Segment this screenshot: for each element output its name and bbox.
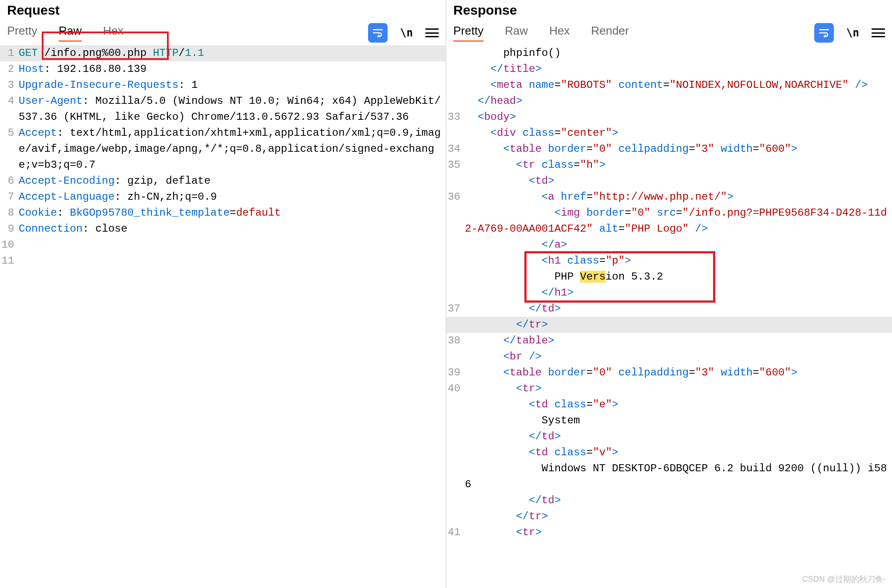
response-toolbar-right: \n — [814, 23, 885, 43]
code-line[interactable]: 35 <tr class="h"> — [446, 157, 892, 173]
tab-hex[interactable]: Hex — [103, 24, 123, 42]
code-content: <h1 class="p"> — [465, 253, 892, 269]
code-line[interactable]: phpinfo() — [446, 45, 892, 61]
code-line[interactable]: 1GET /info.png%00.php HTTP/1.1 — [0, 45, 446, 61]
code-line[interactable]: 9Connection: close — [0, 221, 446, 237]
line-number — [446, 61, 465, 77]
tab-raw[interactable]: Raw — [505, 24, 528, 42]
wrap-icon[interactable] — [814, 23, 834, 43]
code-content — [19, 253, 446, 269]
code-line[interactable]: 2Host: 192.168.80.139 — [0, 61, 446, 77]
line-number: 39 — [446, 365, 465, 381]
code-line[interactable]: 38 </table> — [446, 333, 892, 349]
code-content: <meta name="ROBOTS" content="NOINDEX,NOF… — [465, 77, 892, 93]
code-line[interactable]: 40 <tr> — [446, 381, 892, 397]
response-tabs: PrettyRawHexRender — [453, 24, 629, 42]
code-content: Accept-Encoding: gzip, deflate — [19, 173, 446, 189]
code-line[interactable]: 39 <table border="0" cellpadding="3" wid… — [446, 365, 892, 381]
line-number: 8 — [0, 205, 19, 221]
line-number — [446, 429, 465, 445]
line-number: 7 — [0, 189, 19, 205]
code-line[interactable]: 37 </td> — [446, 301, 892, 317]
response-title: Response — [446, 0, 892, 22]
newline-icon[interactable]: \n — [846, 27, 859, 39]
code-line[interactable]: 3Upgrade-Insecure-Requests: 1 — [0, 77, 446, 93]
line-number: 10 — [0, 237, 19, 253]
code-content: Upgrade-Insecure-Requests: 1 — [19, 77, 446, 93]
code-line[interactable]: </td> — [446, 429, 892, 445]
code-line[interactable]: <img border="0" src="/info.png?=PHPE9568… — [446, 205, 892, 237]
code-line[interactable]: </h1> — [446, 285, 892, 301]
code-content: User-Agent: Mozilla/5.0 (Windows NT 10.0… — [19, 93, 446, 125]
line-number: 38 — [446, 333, 465, 349]
code-line[interactable]: 5Accept: text/html,application/xhtml+xml… — [0, 125, 446, 173]
code-line[interactable]: <meta name="ROBOTS" content="NOINDEX,NOF… — [446, 77, 892, 93]
code-content: <img border="0" src="/info.png?=PHPE9568… — [465, 205, 892, 237]
code-content: </td> — [465, 493, 892, 509]
code-line[interactable]: <div class="center"> — [446, 125, 892, 141]
request-toolbar: PrettyRawHex \n — [0, 22, 446, 43]
code-line[interactable]: </head> — [446, 93, 892, 109]
tab-pretty[interactable]: Pretty — [453, 24, 484, 42]
code-line[interactable]: <td class="e"> — [446, 397, 892, 413]
tab-pretty[interactable]: Pretty — [7, 24, 37, 42]
menu-icon[interactable] — [872, 28, 885, 37]
line-number: 3 — [0, 77, 19, 93]
code-line[interactable]: 34 <table border="0" cellpadding="3" wid… — [446, 141, 892, 157]
code-line[interactable]: <td class="v"> — [446, 445, 892, 461]
code-line[interactable]: PHP Version 5.3.2 — [446, 269, 892, 285]
code-content — [19, 237, 446, 253]
code-content: <a href="http://www.php.net/"> — [465, 189, 892, 205]
code-line[interactable]: <br /> — [446, 349, 892, 365]
code-line[interactable]: </tr> — [446, 509, 892, 525]
code-line[interactable]: </tr> — [446, 317, 892, 333]
response-code[interactable]: phpinfo() </title> <meta name="ROBOTS" c… — [446, 43, 892, 588]
tab-hex[interactable]: Hex — [549, 24, 570, 42]
line-number: 9 — [0, 221, 19, 237]
code-content: </a> — [465, 237, 892, 253]
code-line[interactable]: 41 <tr> — [446, 525, 892, 541]
line-number: 4 — [0, 93, 19, 125]
line-number — [446, 285, 465, 301]
code-content: </td> — [465, 301, 892, 317]
line-number: 41 — [446, 525, 465, 541]
wrap-icon[interactable] — [368, 23, 388, 43]
line-number: 33 — [446, 109, 465, 125]
newline-icon[interactable]: \n — [400, 27, 413, 39]
line-number — [446, 237, 465, 253]
code-line[interactable]: 6Accept-Encoding: gzip, deflate — [0, 173, 446, 189]
code-line[interactable]: <h1 class="p"> — [446, 253, 892, 269]
code-line[interactable]: 7Accept-Language: zh-CN,zh;q=0.9 — [0, 189, 446, 205]
request-code[interactable]: 1GET /info.png%00.php HTTP/1.12Host: 192… — [0, 43, 446, 588]
code-content: <br /> — [465, 349, 892, 365]
code-content: <body> — [465, 109, 892, 125]
code-line[interactable]: 11 — [0, 253, 446, 269]
code-line[interactable]: </td> — [446, 493, 892, 509]
line-number — [446, 173, 465, 189]
split-container: Request PrettyRawHex \n 1GET /info.png%0… — [0, 0, 892, 588]
line-number — [446, 269, 465, 285]
code-line[interactable]: System — [446, 413, 892, 429]
code-content: <tr> — [465, 381, 892, 397]
code-line[interactable]: Windows NT DESKTOP-6DBQCEP 6.2 build 920… — [446, 461, 892, 493]
code-content: <td class="v"> — [465, 445, 892, 461]
code-content: </head> — [465, 93, 892, 109]
code-content: </h1> — [465, 285, 892, 301]
code-line[interactable]: </title> — [446, 61, 892, 77]
line-number — [446, 493, 465, 509]
code-content: <td class="e"> — [465, 397, 892, 413]
code-line[interactable]: 36 <a href="http://www.php.net/"> — [446, 189, 892, 205]
code-line[interactable]: 4User-Agent: Mozilla/5.0 (Windows NT 10.… — [0, 93, 446, 125]
line-number: 36 — [446, 189, 465, 205]
code-line[interactable]: <td> — [446, 173, 892, 189]
code-line[interactable]: </a> — [446, 237, 892, 253]
line-number: 5 — [0, 125, 19, 173]
code-content: phpinfo() — [465, 45, 892, 61]
tab-raw[interactable]: Raw — [59, 24, 82, 42]
code-content: </table> — [465, 333, 892, 349]
tab-render[interactable]: Render — [591, 24, 629, 42]
code-line[interactable]: 8Cookie: BkGOp95780_think_template=defau… — [0, 205, 446, 221]
menu-icon[interactable] — [425, 28, 439, 37]
code-line[interactable]: 10 — [0, 237, 446, 253]
code-line[interactable]: 33 <body> — [446, 109, 892, 125]
